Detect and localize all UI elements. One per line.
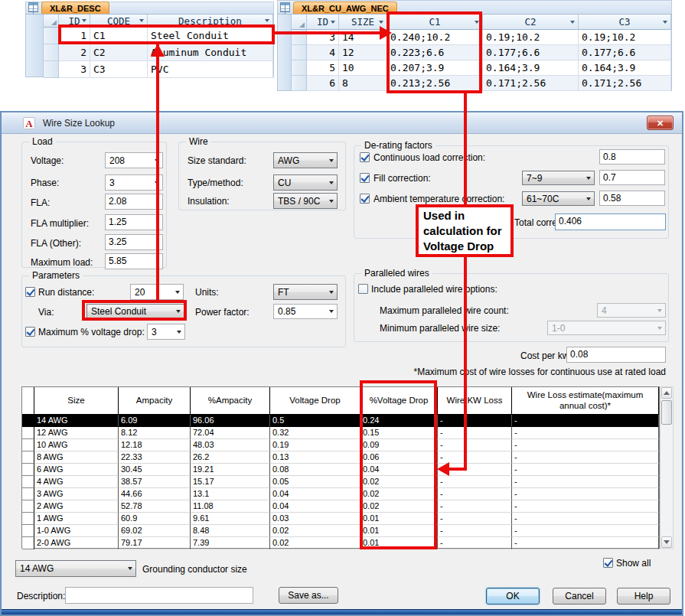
cell[interactable]: 3 xyxy=(59,61,90,78)
continuous-load-checkbox[interactable] xyxy=(360,152,370,162)
row-selector[interactable] xyxy=(22,513,34,525)
table-row[interactable]: 2-0 AWG79.177.390.020.01-- xyxy=(22,537,659,549)
type-method-combo[interactable]: CU xyxy=(273,174,338,191)
ok-button[interactable]: OK xyxy=(486,588,540,605)
column-header-c3[interactable]: C3 xyxy=(579,15,671,30)
max-voltage-drop-combo[interactable]: 3 xyxy=(147,324,185,340)
chevron-down-icon[interactable] xyxy=(325,153,337,168)
cell[interactable]: C3 xyxy=(90,61,148,78)
select-all-corner[interactable]: ◢ xyxy=(44,15,59,28)
phase-combo[interactable]: 3 xyxy=(105,174,163,191)
record-selector[interactable] xyxy=(44,61,59,78)
scroll-up-icon[interactable] xyxy=(661,387,672,399)
row-selector[interactable] xyxy=(22,488,34,500)
cell[interactable]: Aluminum Conduit xyxy=(148,44,273,61)
scrollbar-thumb[interactable] xyxy=(661,400,672,425)
chevron-down-icon[interactable] xyxy=(325,285,337,299)
cell[interactable]: 0.164;3.9 xyxy=(483,60,579,76)
cell[interactable]: 0.177;6.6 xyxy=(579,45,671,60)
row-selector[interactable] xyxy=(22,476,34,488)
cell[interactable]: 2 xyxy=(59,44,90,61)
units-combo[interactable]: FT xyxy=(273,284,338,300)
cell[interactable]: PVC xyxy=(148,61,273,78)
cost-per-kwh-field[interactable]: 0.08 xyxy=(566,347,666,363)
fla-multiplier-field[interactable]: 1.25 xyxy=(105,214,163,230)
filter-dropdown-icon[interactable] xyxy=(570,21,575,24)
table-row[interactable]: 2 AWG52.7811.080.040.02-- xyxy=(22,500,659,513)
filter-dropdown-icon[interactable] xyxy=(82,19,86,22)
record-selector[interactable] xyxy=(44,44,59,61)
grounding-size-combo[interactable]: 14 AWG xyxy=(15,560,136,577)
description-field[interactable] xyxy=(65,587,253,604)
cell[interactable]: 0.171;2.56 xyxy=(483,76,579,91)
cell[interactable]: 5 xyxy=(307,60,339,76)
continuous-load-field[interactable]: 0.8 xyxy=(599,149,665,165)
row-selector[interactable] xyxy=(22,439,34,451)
table-row[interactable]: 14 AWG6.0996.060.50.24-- xyxy=(22,415,659,427)
tab-xlr-cu-awg-nec[interactable]: XL&R_CU_AWG_NEC xyxy=(293,2,397,14)
row-selector[interactable] xyxy=(22,500,34,513)
select-all-corner[interactable]: ◢ xyxy=(292,15,307,30)
table-row[interactable]: 12 AWG8.1272.040.320.15-- xyxy=(22,427,659,439)
cell[interactable]: 0.171;2.56 xyxy=(579,76,671,91)
chevron-down-icon[interactable] xyxy=(582,192,594,205)
dialog-titlebar[interactable]: A Wire Size Lookup ✕ xyxy=(2,112,682,134)
row-selector[interactable] xyxy=(22,415,34,427)
cell[interactable]: 4 xyxy=(307,45,339,60)
table-row[interactable]: 1-0 AWG69.028.480.020.01-- xyxy=(22,525,659,537)
row-selector[interactable] xyxy=(22,451,34,464)
cancel-button[interactable]: Cancel xyxy=(553,588,606,605)
cell[interactable]: 0.19;10.2 xyxy=(579,30,671,45)
filter-dropdown-icon[interactable] xyxy=(379,21,383,24)
power-factor-combo[interactable]: 0.85 xyxy=(273,304,338,319)
chevron-down-icon[interactable] xyxy=(173,324,184,339)
row-selector[interactable] xyxy=(22,537,34,549)
ambient-temp-checkbox[interactable] xyxy=(360,194,370,204)
filter-dropdown-icon[interactable] xyxy=(663,21,667,24)
fill-range-combo[interactable]: 7~9 xyxy=(522,171,595,185)
ambient-range-combo[interactable]: 61~70C xyxy=(522,191,595,206)
show-all-checkbox[interactable] xyxy=(603,558,613,568)
table-row[interactable]: 6 AWG30.4519.210.080.04-- xyxy=(22,464,659,476)
fla-other-field[interactable]: 3.25 xyxy=(105,234,163,250)
row-selector[interactable] xyxy=(22,427,34,439)
filter-dropdown-icon[interactable] xyxy=(265,19,269,22)
record-selector[interactable] xyxy=(292,45,307,60)
filter-dropdown-icon[interactable] xyxy=(331,21,335,24)
cell[interactable]: 10 xyxy=(339,60,387,76)
cell[interactable]: 0.19;10.2 xyxy=(483,30,579,45)
chevron-down-icon[interactable] xyxy=(171,285,183,299)
cell[interactable]: 12 xyxy=(339,45,387,60)
voltage-combo[interactable]: 208 xyxy=(105,152,163,168)
fill-correction-field[interactable]: 0.7 xyxy=(599,170,665,185)
cell[interactable]: 0.164;3.9 xyxy=(579,60,671,76)
run-distance-checkbox[interactable] xyxy=(25,287,35,297)
filter-dropdown-icon[interactable] xyxy=(139,19,144,22)
chevron-down-icon[interactable] xyxy=(124,561,135,576)
record-selector[interactable] xyxy=(292,76,307,91)
chevron-down-icon[interactable] xyxy=(325,194,337,208)
insulation-combo[interactable]: TBS / 90C xyxy=(273,193,338,209)
total-correction-field[interactable]: 0.406 xyxy=(555,213,666,230)
chevron-down-icon[interactable] xyxy=(582,171,594,184)
table-row[interactable]: 1 AWG60.99.610.030.01-- xyxy=(22,513,659,525)
cell[interactable]: 6 xyxy=(307,76,339,91)
fla-field[interactable]: 2.08 xyxy=(105,194,163,210)
cell[interactable]: 8 xyxy=(339,76,387,91)
row-selector[interactable] xyxy=(22,464,34,476)
cell[interactable]: 0.177;6.6 xyxy=(483,45,579,60)
record-selector[interactable] xyxy=(292,60,307,76)
table-row[interactable]: 8 AWG22.3326.20.130.06-- xyxy=(22,451,659,464)
max-voltage-drop-checkbox[interactable] xyxy=(25,327,35,337)
maximum-load-field[interactable]: 5.85 xyxy=(105,253,163,269)
scroll-down-icon[interactable] xyxy=(661,536,672,548)
row-selector[interactable] xyxy=(22,525,34,537)
column-header-id[interactable]: ID xyxy=(307,15,339,30)
table-row[interactable]: 3 AWG44.6613.10.040.02-- xyxy=(22,488,659,500)
tab-xlr-desc[interactable]: XL&R_DESC xyxy=(41,2,109,14)
include-paralleled-checkbox[interactable] xyxy=(358,284,368,294)
cell[interactable]: C2 xyxy=(90,44,148,61)
record-selector[interactable] xyxy=(44,28,59,44)
save-as-button[interactable]: Save as... xyxy=(279,587,338,604)
size-standard-combo[interactable]: AWG xyxy=(273,152,338,168)
